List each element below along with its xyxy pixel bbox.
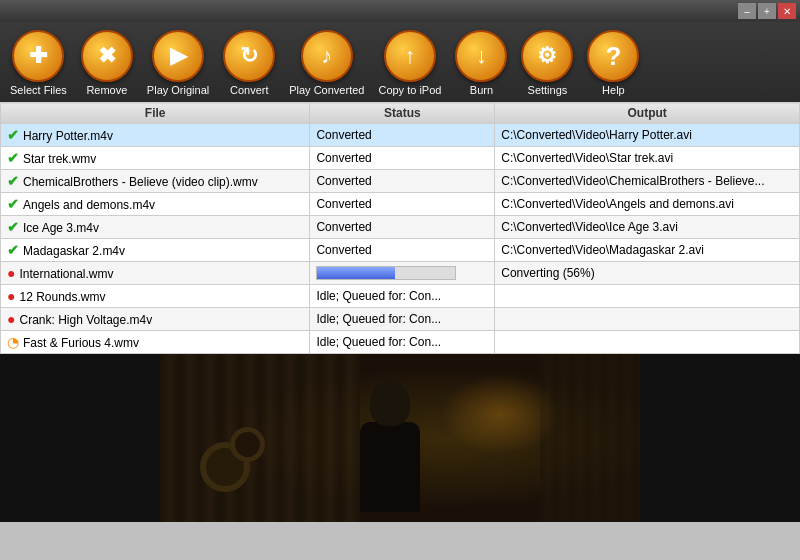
status-cell: Idle; Queued for: Con... bbox=[310, 308, 495, 331]
status-icon: ● bbox=[7, 288, 15, 304]
toolbar-item-convert[interactable]: ↻Convert bbox=[217, 28, 281, 98]
copy-to-ipod-icon: ↑ bbox=[384, 30, 436, 82]
output-cell: C:\Converted\Video\ChemicalBrothers - Be… bbox=[495, 170, 800, 193]
content-area: FileStatusOutput✔Harry Potter.m4vConvert… bbox=[0, 102, 800, 354]
file-name-cell: ✔Angels and demons.m4v bbox=[1, 193, 310, 216]
status-icon: ✔ bbox=[7, 127, 19, 143]
status-icon: ✔ bbox=[7, 242, 19, 258]
video-preview bbox=[0, 354, 800, 522]
status-cell: Converted bbox=[310, 193, 495, 216]
status-icon: ✔ bbox=[7, 196, 19, 212]
file-name-cell: ●12 Rounds.wmv bbox=[1, 285, 310, 308]
file-name-cell: ✔Harry Potter.m4v bbox=[1, 124, 310, 147]
close-button[interactable]: ✕ bbox=[778, 3, 796, 19]
table-header: Output bbox=[495, 103, 800, 124]
table-row[interactable]: ●12 Rounds.wmvIdle; Queued for: Con... bbox=[1, 285, 800, 308]
convert-icon: ↻ bbox=[223, 30, 275, 82]
table-row[interactable]: ✔Madagaskar 2.m4vConvertedC:\Converted\V… bbox=[1, 239, 800, 262]
file-name-cell: ✔Ice Age 3.m4v bbox=[1, 216, 310, 239]
maximize-button[interactable]: + bbox=[758, 3, 776, 19]
output-cell: C:\Converted\Video\Star trek.avi bbox=[495, 147, 800, 170]
toolbar-item-remove[interactable]: ✖Remove bbox=[75, 28, 139, 98]
select-files-icon: ✚ bbox=[12, 30, 64, 82]
file-name-cell: ●International.wmv bbox=[1, 262, 310, 285]
status-icon: ✔ bbox=[7, 150, 19, 166]
toolbar-label-remove: Remove bbox=[86, 84, 127, 96]
toolbar-item-burn[interactable]: ↓Burn bbox=[449, 28, 513, 98]
output-cell: C:\Converted\Video\Madagaskar 2.avi bbox=[495, 239, 800, 262]
output-cell: C:\Converted\Video\Angels and demons.avi bbox=[495, 193, 800, 216]
status-cell bbox=[310, 262, 495, 285]
progress-bar bbox=[316, 266, 456, 280]
status-icon: ✔ bbox=[7, 219, 19, 235]
status-icon: ● bbox=[7, 311, 15, 327]
toolbar-label-settings: Settings bbox=[528, 84, 568, 96]
status-cell: Converted bbox=[310, 239, 495, 262]
table-row[interactable]: ●International.wmvConverting (56%) bbox=[1, 262, 800, 285]
output-cell bbox=[495, 308, 800, 331]
remove-icon: ✖ bbox=[81, 30, 133, 82]
table-header: File bbox=[1, 103, 310, 124]
toolbar-item-settings[interactable]: ⚙Settings bbox=[515, 28, 579, 98]
table-row[interactable]: ◔Fast & Furious 4.wmvIdle; Queued for: C… bbox=[1, 331, 800, 354]
toolbar-item-play-converted[interactable]: ♪Play Converted bbox=[283, 28, 370, 98]
file-name-cell: ✔Star trek.wmv bbox=[1, 147, 310, 170]
output-cell bbox=[495, 331, 800, 354]
title-bar-controls[interactable]: – + ✕ bbox=[738, 3, 800, 19]
table-row[interactable]: ✔ChemicalBrothers - Believe (video clip)… bbox=[1, 170, 800, 193]
status-cell: Idle; Queued for: Con... bbox=[310, 285, 495, 308]
output-cell: C:\Converted\Video\Harry Potter.avi bbox=[495, 124, 800, 147]
file-name-cell: ✔Madagaskar 2.m4v bbox=[1, 239, 310, 262]
toolbar-label-select-files: Select Files bbox=[10, 84, 67, 96]
toolbar-label-convert: Convert bbox=[230, 84, 269, 96]
table-row[interactable]: ✔Ice Age 3.m4vConvertedC:\Converted\Vide… bbox=[1, 216, 800, 239]
table-header: Status bbox=[310, 103, 495, 124]
table-row[interactable]: ✔Star trek.wmvConvertedC:\Converted\Vide… bbox=[1, 147, 800, 170]
status-icon: ◔ bbox=[7, 334, 19, 350]
play-original-icon: ▶ bbox=[152, 30, 204, 82]
toolbar: ✚Select Files✖Remove▶Play Original↻Conve… bbox=[0, 22, 800, 102]
output-cell: Converting (56%) bbox=[495, 262, 800, 285]
settings-icon: ⚙ bbox=[521, 30, 573, 82]
progress-fill bbox=[317, 267, 394, 279]
toolbar-item-play-original[interactable]: ▶Play Original bbox=[141, 28, 215, 98]
burn-icon: ↓ bbox=[455, 30, 507, 82]
table-row[interactable]: ✔Harry Potter.m4vConvertedC:\Converted\V… bbox=[1, 124, 800, 147]
file-name-cell: ✔ChemicalBrothers - Believe (video clip)… bbox=[1, 170, 310, 193]
help-icon: ? bbox=[587, 30, 639, 82]
status-cell: Converted bbox=[310, 124, 495, 147]
toolbar-label-play-original: Play Original bbox=[147, 84, 209, 96]
minimize-button[interactable]: – bbox=[738, 3, 756, 19]
status-icon: ✔ bbox=[7, 173, 19, 189]
status-cell: Converted bbox=[310, 147, 495, 170]
table-row[interactable]: ●Crank: High Voltage.m4vIdle; Queued for… bbox=[1, 308, 800, 331]
toolbar-label-help: Help bbox=[602, 84, 625, 96]
status-cell: Converted bbox=[310, 216, 495, 239]
status-icon: ● bbox=[7, 265, 15, 281]
toolbar-item-copy-to-ipod[interactable]: ↑Copy to iPod bbox=[372, 28, 447, 98]
status-cell: Idle; Queued for: Con... bbox=[310, 331, 495, 354]
toolbar-label-burn: Burn bbox=[470, 84, 493, 96]
file-name-cell: ●Crank: High Voltage.m4v bbox=[1, 308, 310, 331]
table-row[interactable]: ✔Angels and demons.m4vConvertedC:\Conver… bbox=[1, 193, 800, 216]
file-name-cell: ◔Fast & Furious 4.wmv bbox=[1, 331, 310, 354]
title-bar: – + ✕ bbox=[0, 0, 800, 22]
play-converted-icon: ♪ bbox=[301, 30, 353, 82]
file-table: FileStatusOutput✔Harry Potter.m4vConvert… bbox=[0, 102, 800, 354]
status-cell: Converted bbox=[310, 170, 495, 193]
toolbar-item-help[interactable]: ?Help bbox=[581, 28, 645, 98]
output-cell bbox=[495, 285, 800, 308]
toolbar-label-play-converted: Play Converted bbox=[289, 84, 364, 96]
toolbar-label-copy-to-ipod: Copy to iPod bbox=[378, 84, 441, 96]
toolbar-item-select-files[interactable]: ✚Select Files bbox=[4, 28, 73, 98]
output-cell: C:\Converted\Video\Ice Age 3.avi bbox=[495, 216, 800, 239]
